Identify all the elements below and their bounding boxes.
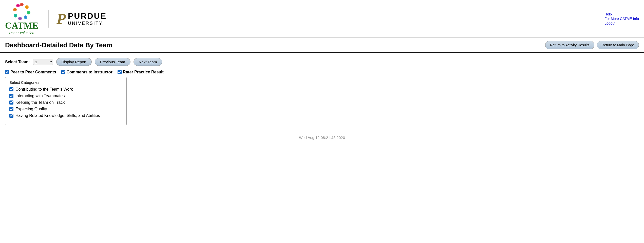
svg-point-9: [26, 6, 28, 8]
next-team-button[interactable]: Next Team: [134, 58, 162, 66]
purdue-p-icon: P: [56, 10, 66, 28]
rater-practice-checkbox-item: Rater Practice Result: [118, 70, 164, 74]
category-checkbox-5[interactable]: [9, 114, 13, 118]
svg-point-13: [15, 15, 16, 16]
title-buttons: Return to Activity Results Return to Mai…: [545, 41, 639, 49]
category-label-3: Keeping the Team on Track: [15, 100, 65, 105]
category-checkbox-3[interactable]: [9, 100, 13, 105]
category-item-5: Having Related Knowledge, Skills, and Ab…: [9, 113, 122, 118]
header-links: Help For More CATME Info Logout: [604, 12, 639, 25]
category-label-2: Interacting with Teammates: [15, 94, 65, 98]
comments-instructor-checkbox[interactable]: [61, 70, 65, 74]
catme-sub-text: Peer Evaluation: [9, 31, 34, 35]
svg-point-11: [25, 16, 26, 18]
return-main-page-button[interactable]: Return to Main Page: [597, 41, 639, 49]
purdue-logo: P PURDUE UNIVERSITY.: [48, 10, 107, 28]
category-item-4: Expecting Quality: [9, 107, 122, 111]
category-label-4: Expecting Quality: [15, 107, 47, 111]
title-bar: Dashboard-Detailed Data By Team Return t…: [0, 38, 644, 53]
select-team-row: Select Team: 1 2 3 4 5 Display Report Pr…: [5, 58, 639, 66]
select-team-label: Select Team:: [5, 60, 30, 64]
logout-link[interactable]: Logout: [604, 21, 639, 25]
svg-point-15: [17, 5, 19, 6]
category-label-5: Having Related Knowledge, Skills, and Ab…: [15, 113, 100, 118]
rater-practice-checkbox[interactable]: [118, 70, 122, 74]
rater-practice-label: Rater Practice Result: [123, 70, 164, 74]
logos: CATME Peer Evaluation P PURDUE UNIVERSIT…: [5, 3, 107, 35]
page-title: Dashboard-Detailed Data By Team: [5, 41, 112, 49]
category-item-3: Keeping the Team on Track: [9, 100, 122, 105]
catme-circles-icon: [13, 3, 31, 20]
checkboxes-row: Peer to Peer Comments Comments to Instru…: [5, 70, 639, 74]
category-checkbox-4[interactable]: [9, 107, 13, 111]
svg-point-8: [21, 4, 23, 5]
svg-point-12: [19, 18, 21, 19]
category-checkbox-2[interactable]: [9, 94, 13, 98]
category-item-2: Interacting with Teammates: [9, 94, 122, 98]
svg-point-10: [28, 12, 29, 13]
purdue-name: PURDUE: [68, 11, 107, 21]
peer-to-peer-checkbox[interactable]: [5, 70, 9, 74]
comments-instructor-checkbox-item: Comments to Instructor: [61, 70, 112, 74]
peer-to-peer-label: Peer to Peer Comments: [10, 70, 56, 74]
previous-team-button[interactable]: Previous Team: [95, 58, 130, 66]
category-label-1: Contributing to the Team's Work: [15, 87, 73, 92]
purdue-text-block: PURDUE UNIVERSITY.: [68, 11, 107, 26]
purdue-university: UNIVERSITY.: [68, 21, 107, 26]
more-catme-info-link[interactable]: For More CATME Info: [604, 17, 639, 21]
help-link[interactable]: Help: [604, 12, 639, 16]
svg-point-14: [14, 9, 16, 10]
return-activity-results-button[interactable]: Return to Activity Results: [545, 41, 594, 49]
catme-logo: CATME Peer Evaluation: [5, 3, 38, 35]
comments-instructor-label: Comments to Instructor: [67, 70, 112, 74]
main-content: Select Team: 1 2 3 4 5 Display Report Pr…: [0, 53, 644, 145]
header: CATME Peer Evaluation P PURDUE UNIVERSIT…: [0, 0, 644, 38]
peer-to-peer-checkbox-item: Peer to Peer Comments: [5, 70, 56, 74]
team-select[interactable]: 1 2 3 4 5: [33, 59, 53, 65]
category-item-1: Contributing to the Team's Work: [9, 87, 122, 92]
categories-box: Select Categories: Contributing to the T…: [5, 77, 127, 125]
category-checkbox-1[interactable]: [9, 87, 13, 91]
categories-legend: Select Categories:: [9, 80, 122, 85]
catme-brand-text: CATME: [5, 20, 38, 31]
timestamp: Wed Aug 12 08:21:45 2020: [5, 135, 639, 140]
display-report-button[interactable]: Display Report: [56, 58, 92, 66]
